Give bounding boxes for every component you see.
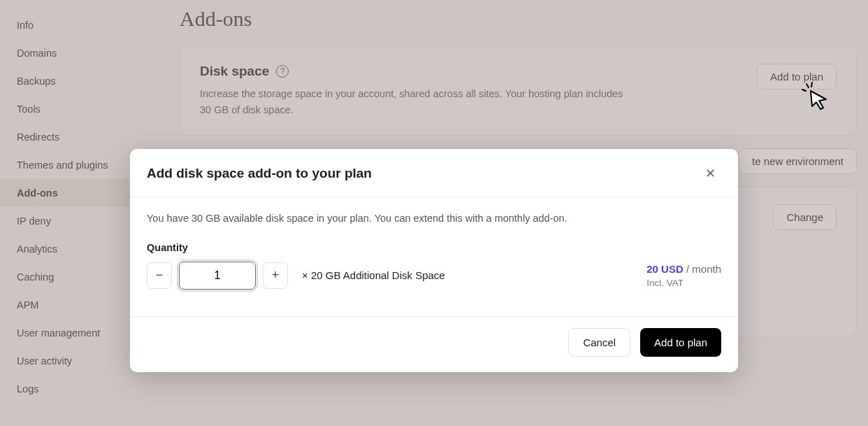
price-subtext: Incl. VAT [646,278,721,288]
close-button[interactable]: ✕ [700,163,721,184]
add-disk-space-modal: Add disk space add-on to your plan ✕ You… [130,149,738,372]
cancel-button[interactable]: Cancel [568,328,630,357]
quantity-description: × 20 GB Additional Disk Space [302,269,445,281]
price-amount: 20 USD [646,263,683,275]
quantity-label: Quantity [147,242,721,253]
quantity-input[interactable] [179,262,256,290]
decrement-button[interactable]: − [147,262,172,289]
plus-icon: + [272,268,280,283]
modal-title: Add disk space add-on to your plan [147,166,372,181]
price-line: 20 USD / month [646,263,721,275]
increment-button[interactable]: + [263,262,288,289]
close-icon: ✕ [705,166,716,180]
confirm-add-to-plan-button[interactable]: Add to plan [640,328,721,357]
price-period: / month [683,263,721,275]
modal-description: You have 30 GB available disk space in y… [147,213,721,224]
minus-icon: − [156,268,164,283]
modal-overlay: Add disk space add-on to your plan ✕ You… [0,0,868,426]
